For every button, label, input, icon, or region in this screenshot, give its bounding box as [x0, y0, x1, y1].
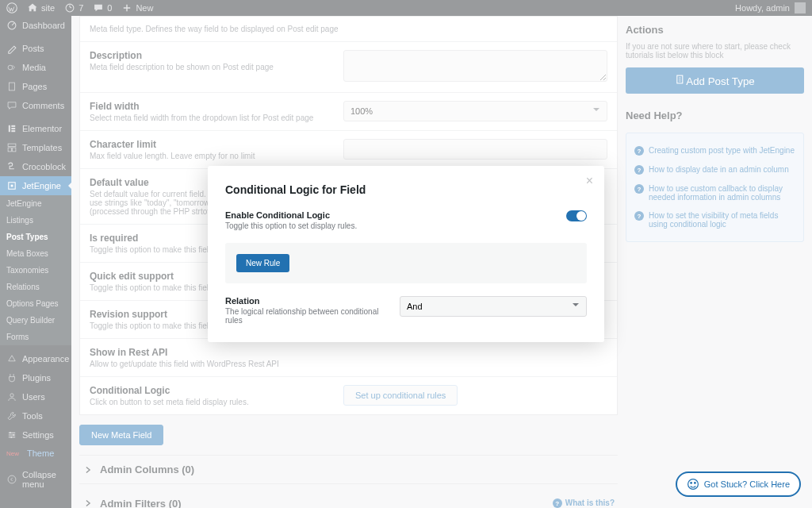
svg-point-19 — [691, 483, 692, 484]
enable-logic-sub: Toggle this option to set display rules. — [225, 221, 357, 230]
conditional-logic-modal: × Conditional Logic for Field Enable Con… — [208, 166, 604, 342]
enable-logic-toggle[interactable] — [566, 210, 587, 221]
relation-select[interactable]: And — [400, 296, 587, 317]
got-stuck-button[interactable]: Got Stuck? Click Here — [676, 471, 801, 497]
relation-sub: The logical relationship between conditi… — [225, 307, 384, 325]
rules-box: New Rule — [225, 243, 587, 283]
modal-title: Conditional Logic for Field — [225, 183, 587, 196]
svg-point-20 — [694, 483, 695, 484]
modal-overlay[interactable]: × Conditional Logic for Field Enable Con… — [0, 0, 812, 508]
close-icon[interactable]: × — [586, 174, 593, 188]
relation-label: Relation — [225, 296, 384, 306]
enable-logic-label: Enable Conditional Logic — [225, 210, 357, 220]
new-rule-button[interactable]: New Rule — [236, 254, 289, 272]
